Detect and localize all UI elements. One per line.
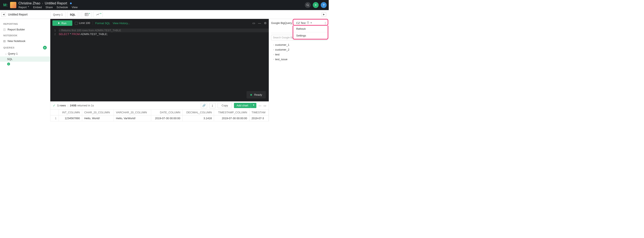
add-chart-dropdown[interactable]: ▼ (251, 103, 256, 108)
menu-settings[interactable]: Settings (293, 32, 328, 39)
plus-icon: + (89, 12, 90, 15)
svg-point-0 (307, 4, 308, 6)
limit-toggle[interactable]: Limit 100 (75, 22, 90, 25)
chevron-right-icon: › (273, 49, 274, 51)
sidebar-label: Query 1 (8, 52, 18, 55)
fullscreen-icon[interactable]: ▭ (252, 22, 255, 25)
menu-refresh[interactable]: Refresh (293, 26, 328, 32)
table-row[interactable]: 1 1234567890 Hello, World! Hello, VarWor… (50, 115, 269, 121)
sidebar-item-query1[interactable]: ⌄ Query 1 (0, 51, 50, 57)
line-gutter: 1 2 (50, 29, 57, 36)
chevron-down-icon: ▼ (310, 22, 312, 24)
chevron-right-icon: › (273, 44, 274, 46)
run-label: Run (62, 22, 66, 25)
search-icon[interactable] (305, 2, 311, 8)
menu-embed[interactable]: Embed (33, 6, 42, 9)
report-title[interactable]: Untitled Report (45, 2, 67, 5)
col-char[interactable]: CHAR_20_COLUMN (82, 110, 114, 115)
sidebar: REPORTING ◫ Report Builder NOTEBOOK ▤ Ne… (0, 19, 50, 121)
user-name[interactable]: Christine Zhao (18, 2, 40, 5)
section-queries: QUERIES + (0, 44, 50, 51)
copy-button[interactable]: Copy (218, 103, 232, 108)
schema-node[interactable]: ›customer_2 (271, 47, 327, 52)
main: REPORTING ◫ Report Builder NOTEBOOK ▤ Ne… (0, 19, 329, 121)
query-tab[interactable]: Query 1 (50, 11, 66, 18)
results-bar: ✓ 1 rows | 240B returned in 1s 🔗 ⭳ Copy … (50, 101, 269, 109)
topbar: M: Christine Zhao › Untitled Report Repo… (0, 0, 329, 10)
schema-node[interactable]: ›test (271, 52, 327, 57)
schema-node[interactable]: ›customer_1 (271, 42, 327, 47)
menu-share[interactable]: Share (46, 6, 53, 9)
rows-count: 1 rows (57, 104, 66, 107)
chevron-right-icon: › (273, 58, 274, 61)
code-comment: -- Returns first 100 rows from ADMIN.TES… (59, 29, 121, 32)
nav-forward-button[interactable]: ▶ (322, 12, 326, 17)
sidebar-label: Report Builder (8, 28, 25, 31)
more-menu-button[interactable]: ⋮ (323, 21, 327, 25)
connection-name[interactable]: Google BigQuery (271, 22, 292, 25)
svg-line-1 (308, 6, 309, 6)
chevron-right-icon: › (42, 2, 43, 5)
minimize-results-icon[interactable]: — (258, 104, 262, 107)
add-chart-button[interactable]: Add chart (234, 103, 251, 108)
col-ts[interactable]: TIMESTAMP_COLUMN (214, 110, 249, 115)
view-history-button[interactable]: View History... (112, 22, 130, 25)
col-decimal[interactable]: DECIMAL_COLUMN (182, 110, 214, 115)
add-table-button[interactable]: + (82, 11, 92, 18)
schema-panel: Google BigQuery - CZ Test ▼ ⋮ Refresh Se… (269, 19, 329, 121)
status-pill: Ready (246, 91, 266, 98)
unsaved-indicator-icon (70, 3, 72, 4)
chart-icon: ◫ (3, 28, 6, 31)
menubar: Report▼ Embed Share Schedule View (18, 6, 78, 9)
chevron-right-icon: › (273, 53, 274, 56)
link-icon[interactable]: 🔗 (201, 103, 207, 108)
sidebar-item-new-notebook[interactable]: ▤ New Notebook (0, 38, 50, 44)
sql-editor[interactable]: 1 2 -- Returns first 100 rows from ADMIN… (50, 27, 269, 101)
result-time: returned in 1s (76, 104, 94, 107)
status-dot-icon (250, 94, 252, 96)
sidebar-label: New Notebook (8, 40, 25, 43)
notebook-icon: ▤ (3, 40, 6, 43)
add-chart-button[interactable]: + (93, 11, 103, 18)
schema-node[interactable]: ›test_issue (271, 57, 327, 62)
menu-report[interactable]: Report (18, 6, 26, 9)
add-subitem-button[interactable]: + (7, 63, 10, 66)
sql-toolbar: Run Limit 100 Format SQL View History...… (50, 19, 269, 27)
sidebar-item-sql[interactable]: SQL (0, 57, 50, 62)
database-dropdown[interactable]: CZ Test ▼ (296, 22, 312, 25)
col-int[interactable]: INT_COLUMN (59, 110, 82, 115)
sidebar-item-report-builder[interactable]: ◫ Report Builder (0, 27, 50, 33)
app-logo[interactable]: M: (2, 2, 9, 9)
play-icon (58, 22, 60, 24)
schema-tree: ›customer_1 ›customer_2 ›test ›test_issu… (271, 42, 327, 62)
sql-tab[interactable]: SQL (67, 11, 78, 18)
check-icon: ✓ (53, 104, 56, 107)
add-query-button[interactable]: + (43, 46, 47, 50)
chevron-down-icon: ⌄ (5, 53, 7, 55)
report-tab[interactable]: Untitled Report (8, 13, 28, 16)
tabstrip: ◀ Untitled Report Query 1 SQL + + ▶ (0, 10, 329, 19)
help-button[interactable]: ? (321, 2, 326, 8)
col-date[interactable]: DATE_COLUMN (151, 110, 182, 115)
status-text: Ready (254, 93, 262, 96)
col-ts2[interactable]: TIMESTAM (249, 110, 268, 115)
result-size: 240B (70, 104, 76, 107)
expand-results-icon[interactable]: ▭ (264, 104, 266, 107)
avatar[interactable] (10, 2, 16, 8)
run-button[interactable]: Run (52, 20, 72, 26)
gear-icon[interactable]: ⚙ (264, 22, 267, 25)
section-reporting: REPORTING (0, 21, 50, 27)
results-grid[interactable]: INT_COLUMN CHAR_20_COLUMN VARCHAR_20_COL… (50, 109, 269, 121)
menu-schedule[interactable]: Schedule (56, 6, 68, 9)
minimize-icon[interactable]: — (258, 22, 261, 25)
add-button[interactable]: + (313, 2, 319, 8)
table-header-row: INT_COLUMN CHAR_20_COLUMN VARCHAR_20_COL… (50, 110, 269, 115)
section-notebook: NOTEBOOK (0, 33, 50, 38)
download-icon[interactable]: ⭳ (209, 103, 216, 108)
menu-view[interactable]: View (72, 6, 78, 9)
format-sql-button[interactable]: Format SQL (96, 22, 110, 25)
col-varchar[interactable]: VARCHAR_20_COLUMN (114, 110, 151, 115)
checkbox-icon (75, 22, 78, 25)
nav-back-button[interactable]: ◀ (1, 12, 6, 17)
plus-icon: + (100, 12, 102, 15)
